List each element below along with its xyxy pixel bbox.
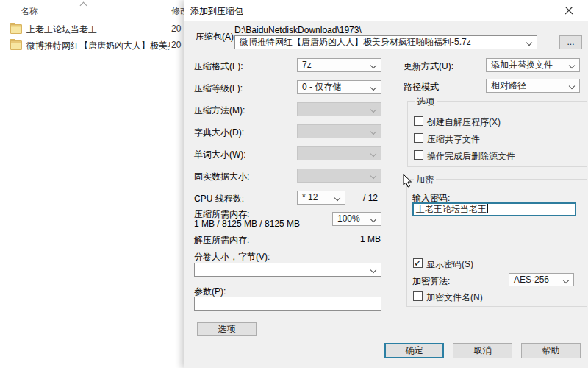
shared-files-checkbox-label[interactable]: 压缩共享文件 bbox=[427, 133, 480, 146]
cpu-threads-label: CPU 线程数: bbox=[194, 193, 244, 205]
dialog-titlebar: 添加到压缩包 bbox=[184, 0, 588, 21]
split-volume-combobox[interactable] bbox=[194, 263, 381, 277]
sfx-checkbox[interactable] bbox=[414, 116, 423, 126]
method-label: 压缩方法(M): bbox=[194, 105, 245, 117]
path-mode-combobox[interactable]: 相对路径 bbox=[486, 79, 580, 93]
encryption-method-label: 加密算法: bbox=[412, 275, 450, 288]
archive-label: 压缩包(A) bbox=[196, 31, 234, 43]
memory-compress-detail: 1 MB / 8125 MB / 8125 MB bbox=[194, 219, 300, 229]
update-mode-combobox[interactable]: 添加并替换文件 bbox=[486, 58, 580, 72]
cpu-threads-combobox[interactable]: * 12 bbox=[297, 191, 345, 205]
chevron-down-icon bbox=[370, 107, 376, 113]
level-combobox[interactable]: 0 - 仅存储 bbox=[297, 80, 381, 94]
parameters-input[interactable] bbox=[194, 297, 381, 311]
chevron-down-icon bbox=[334, 195, 340, 201]
memory-percent-combobox[interactable]: 100% bbox=[332, 212, 381, 226]
add-to-archive-dialog: 添加到压缩包 压缩包(A) D:\BaiduNetdiskDownload\19… bbox=[184, 0, 588, 368]
memory-decompress-value: 1 MB bbox=[360, 234, 381, 244]
cpu-threads-max: / 12 bbox=[363, 193, 378, 203]
mouse-cursor-icon bbox=[403, 174, 413, 188]
chevron-down-icon bbox=[370, 151, 376, 157]
archive-name-value: 微博推特网红【唐唐奶凶大人】极美身材疯狂啪啪福利-5.7z bbox=[240, 37, 471, 47]
file-date: 20 bbox=[171, 24, 181, 34]
text-caret bbox=[487, 204, 488, 213]
chevron-down-icon bbox=[370, 85, 376, 91]
chevron-down-icon bbox=[370, 173, 376, 179]
password-input[interactable]: 上老王论坛当老王 bbox=[412, 202, 576, 216]
show-password-checkbox-label[interactable]: 显示密码(S) bbox=[426, 258, 473, 271]
format-combobox[interactable]: 7z bbox=[297, 58, 381, 72]
word-size-combobox bbox=[297, 146, 381, 160]
chevron-down-icon[interactable] bbox=[370, 267, 376, 273]
delete-after-checkbox-label[interactable]: 操作完成后删除源文件 bbox=[427, 150, 515, 163]
update-mode-label: 更新方式(U): bbox=[404, 60, 453, 73]
show-password-checkbox[interactable] bbox=[413, 258, 423, 268]
solid-block-combobox bbox=[297, 169, 381, 183]
dictionary-label: 字典大小(D): bbox=[194, 127, 244, 139]
chevron-down-icon bbox=[370, 129, 376, 135]
file-name: 上老王论坛当老王 bbox=[26, 24, 170, 36]
word-size-label: 单词大小(W): bbox=[194, 149, 246, 161]
folder-icon bbox=[10, 24, 22, 34]
chevron-down-icon bbox=[370, 63, 376, 68]
folder-icon bbox=[10, 40, 22, 50]
solid-block-label: 固实数据大小: bbox=[194, 171, 249, 183]
chevron-down-icon bbox=[569, 63, 575, 68]
format-label: 压缩格式(F): bbox=[194, 60, 243, 73]
file-name: 微博推特网红【唐唐奶凶大人】极美身材... bbox=[26, 40, 170, 52]
encryption-group: 加密 输入密码: 上老王论坛当老王 显示密码(S) 加密算法: AES-256 … bbox=[406, 179, 587, 307]
archive-name-combobox[interactable]: 微博推特网红【唐唐奶凶大人】极美身材疯狂啪啪福利-5.7z bbox=[234, 35, 537, 49]
path-mode-label: 路径模式 bbox=[404, 81, 439, 93]
dialog-title: 添加到压缩包 bbox=[190, 5, 243, 18]
encryption-group-title: 加密 bbox=[414, 174, 436, 186]
dictionary-combobox bbox=[297, 124, 381, 138]
browse-button[interactable]: ... bbox=[559, 35, 582, 49]
sort-ascending-icon bbox=[80, 2, 87, 10]
encryption-method-combobox[interactable]: AES-256 bbox=[509, 273, 574, 286]
split-volume-label: 分卷大小，字节(V): bbox=[194, 251, 270, 263]
chevron-down-icon bbox=[563, 277, 569, 283]
list-item[interactable]: 微博推特网红【唐唐奶凶大人】极美身材... 20 bbox=[0, 39, 191, 54]
archive-dir: D:\BaiduNetdiskDownload\1973\ bbox=[234, 25, 362, 35]
sfx-checkbox-label[interactable]: 创建自解压程序(X) bbox=[427, 116, 501, 129]
method-combobox bbox=[297, 102, 381, 116]
delete-after-checkbox[interactable] bbox=[414, 150, 423, 160]
options-group: 选项 创建自解压程序(X) 压缩共享文件 操作完成后删除源文件 bbox=[407, 101, 587, 167]
help-button[interactable]: 帮助 bbox=[521, 343, 581, 358]
password-value: 上老王论坛当老王 bbox=[416, 204, 487, 214]
encrypt-filenames-checkbox-label[interactable]: 加密文件名(N) bbox=[426, 291, 483, 304]
encrypt-filenames-checkbox[interactable] bbox=[413, 291, 423, 301]
screen: 名称 修改日期 上老王论坛当老王 20 微博推特网红【唐唐奶凶大人】极美身材..… bbox=[0, 0, 588, 368]
chevron-down-icon bbox=[569, 83, 575, 89]
shared-files-checkbox[interactable] bbox=[414, 133, 423, 143]
options-button[interactable]: 选项 bbox=[197, 322, 257, 336]
list-item[interactable]: 上老王论坛当老王 20 bbox=[0, 23, 191, 38]
file-date: 20 bbox=[171, 40, 181, 50]
level-label: 压缩等级(L): bbox=[194, 82, 243, 95]
ok-button[interactable]: 确定 bbox=[384, 343, 444, 358]
chevron-down-icon[interactable] bbox=[526, 40, 532, 46]
memory-decompress-label: 解压所需内存: bbox=[194, 234, 249, 247]
cancel-button[interactable]: 取消 bbox=[453, 343, 512, 358]
column-header-name[interactable]: 名称 bbox=[21, 5, 38, 18]
options-group-title: 选项 bbox=[415, 96, 437, 108]
chevron-down-icon bbox=[370, 216, 376, 222]
close-icon[interactable] bbox=[557, 0, 582, 21]
